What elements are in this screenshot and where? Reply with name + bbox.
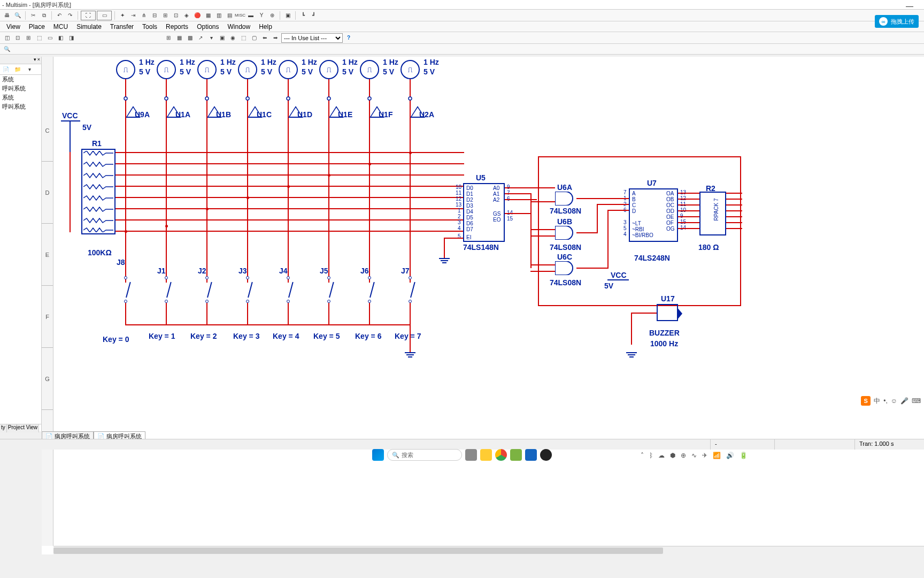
panel-dropdown-icon[interactable]: ▾ [34,57,36,64]
tb2-14-icon[interactable]: ◉ [228,33,237,43]
tree-item[interactable]: 系统 [0,93,41,102]
tb2-16-icon[interactable]: ▢ [249,33,259,43]
comp-6-icon[interactable]: ⊡ [171,11,181,20]
menu-options[interactable]: Options [192,23,223,31]
tray-mic-icon[interactable]: 🎤 [900,397,908,405]
menu-simulate[interactable]: Simulate [72,23,106,31]
zoom-area-icon[interactable]: ▭ [97,11,112,20]
tb2-15-icon[interactable]: ⬚ [238,33,248,43]
comp-misc-icon[interactable]: MISC [235,11,245,20]
comp-4-icon[interactable]: ⊟ [150,11,159,20]
panel-tab3-icon[interactable]: ▾ [25,65,34,74]
comp-9-icon[interactable]: ▦ [203,11,213,20]
switch[interactable] [284,276,292,303]
tb2-6-icon[interactable]: ◧ [56,33,65,43]
clock-source[interactable] [360,60,379,79]
menu-place[interactable]: Place [25,23,49,31]
wifi-icon[interactable]: 📶 [713,452,721,459]
tb2-18-icon[interactable]: ➡ [271,33,280,43]
taskbar-multisim-icon[interactable] [525,449,537,461]
taskbar-explorer-icon[interactable] [480,449,492,461]
switch[interactable] [203,276,211,303]
tb2-8-icon[interactable]: ⊞ [164,33,173,43]
tb2-13-icon[interactable]: ▣ [217,33,227,43]
tb2-11-icon[interactable]: ↗ [196,33,205,43]
comp-1-icon[interactable]: ✦ [118,11,127,20]
panel-tab2-icon[interactable]: 📁 [13,65,22,74]
start-button[interactable] [372,449,384,461]
help-icon[interactable]: ? [344,33,353,43]
tree-item[interactable]: 呼叫系统 [0,84,41,93]
comp-10-icon[interactable]: ▥ [214,11,224,20]
redo-icon[interactable]: ↷ [65,11,75,20]
unknown-icon[interactable]: ∿ [691,452,697,459]
panel-tab-project[interactable]: Project View [7,424,39,432]
tb2-17-icon[interactable]: ⬅ [260,33,270,43]
cloud-upload-button[interactable]: ∞ 拖拽上传 [875,15,919,28]
menu-tools[interactable]: Tools [138,23,161,31]
tb2-5-icon[interactable]: ▭ [45,33,55,43]
tray-emoji-icon[interactable]: ☺ [891,397,897,405]
switch[interactable] [162,276,171,303]
comp-3-icon[interactable]: ⋔ [139,11,149,20]
ime-lang[interactable]: 中 [874,397,880,406]
onedrive-icon[interactable]: ☁ [658,452,665,459]
menu-reports[interactable]: Reports [161,23,192,31]
comp-5-icon[interactable]: ⊞ [160,11,170,20]
menu-help[interactable]: Help [255,23,276,31]
volume-icon[interactable]: 🔊 [726,452,734,459]
panel-tab-ty[interactable]: ty [0,424,7,432]
chevron-up-icon[interactable]: ˄ [641,452,644,459]
comp-7-icon[interactable]: ◈ [182,11,191,20]
zoom-icon[interactable]: 🔍 [2,44,12,54]
panel-tab1-icon[interactable]: 📄 [1,65,11,74]
airplane-icon[interactable]: ✈ [702,452,707,459]
comp-16-icon[interactable]: ┗ [298,11,308,20]
tb2-4-icon[interactable]: ⬚ [34,33,44,43]
switch[interactable] [406,276,414,303]
menu-mcu[interactable]: MCU [49,23,72,31]
comp-2-icon[interactable]: ⇥ [128,11,138,20]
bluetooth-icon[interactable]: ᛒ [649,452,653,459]
switch[interactable] [243,276,252,303]
taskbar-app-icon[interactable] [510,449,522,461]
and-gate[interactable] [555,226,576,240]
comp-11-icon[interactable]: ▤ [225,11,234,20]
tb2-12-icon[interactable]: ▾ [206,33,216,43]
tb2-2-icon[interactable]: ⊡ [13,33,22,43]
comp-13-icon[interactable]: Y [257,11,266,20]
comp-12-icon[interactable]: ▬ [246,11,256,20]
tray-icon[interactable]: •, [883,397,888,405]
taskbar-app-icon[interactable] [465,449,477,461]
copy-icon[interactable]: ⧉ [39,11,49,20]
menu-transfer[interactable]: Transfer [106,23,138,31]
menu-view[interactable]: View [2,23,25,31]
clock-source[interactable] [401,60,420,79]
clock-source[interactable] [279,60,298,79]
buzzer[interactable] [657,304,678,321]
cut-icon[interactable]: ✂ [28,11,38,20]
tb2-7-icon[interactable]: ◨ [66,33,76,43]
tb2-1-icon[interactable]: ◫ [2,33,12,43]
horizontal-scrollbar[interactable] [53,546,924,554]
minimize-icon[interactable]: — [906,1,913,11]
comp-17-icon[interactable]: ┛ [309,11,319,20]
comp-8-icon[interactable]: 🔴 [192,11,202,20]
zoom-fit-icon[interactable]: ⛶ [81,11,96,20]
tree-item[interactable]: 呼叫系统 [0,102,41,111]
print-icon[interactable]: 🖶 [2,11,12,20]
tray-keyboard-icon[interactable]: ⌨ [912,397,921,405]
tb2-3-icon[interactable]: ⊞ [24,33,33,43]
schematic-canvas[interactable]: VCC 5V 1 Hz 5 V 1 Hz 5 V 1 Hz 5 V 1 Hz 5… [53,57,924,546]
comp-14-icon[interactable]: ⊕ [267,11,277,20]
taskbar-obs-icon[interactable] [540,449,552,461]
unknown-icon[interactable]: ⬢ [670,452,675,459]
switch[interactable] [365,276,374,303]
and-gate[interactable] [555,192,576,206]
sogou-ime-icon[interactable]: S [861,396,871,406]
clock-source[interactable] [238,60,257,79]
switch[interactable] [325,276,333,303]
in-use-select[interactable]: --- In Use List --- [281,33,343,43]
and-gate[interactable] [555,261,576,275]
menu-window[interactable]: Window [223,23,255,31]
